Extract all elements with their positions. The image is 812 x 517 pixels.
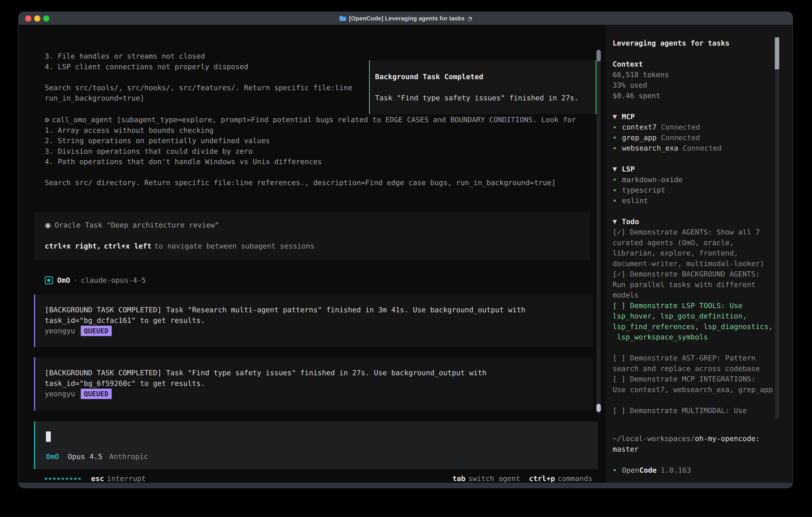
agent-model: claude-opus-4-5	[81, 275, 146, 286]
chevron-down-icon: ▼	[613, 112, 622, 122]
todo-line: curated agents (OmO, oracle,	[613, 238, 792, 248]
prompt-input[interactable]: OmO Opus 4.5 Anthropic	[34, 421, 598, 469]
todo-line: Use context7, websearch_exa, grep_app	[613, 384, 792, 395]
tab-action-label: switch agent	[468, 473, 520, 483]
status-dot-icon	[614, 189, 616, 191]
main-scrollbar-thumb[interactable]	[597, 404, 601, 412]
message-background-task-1: [BACKGROUND TASK COMPLETED] Task "Resear…	[34, 294, 592, 347]
shortcut-key: ctrl+x right,	[45, 241, 101, 251]
context-used: 33% used	[613, 80, 792, 90]
status-dot-icon	[614, 147, 616, 149]
todo-line: [ ] Demonstrate MCP INTEGRATIONS:	[613, 374, 792, 384]
workspace-path: ~/local-workspaces/oh-my-opencode:	[613, 433, 792, 444]
fisheye-icon: ◉	[45, 220, 51, 230]
message-line: task_id="bg_6f59260c" to get results.	[45, 378, 592, 389]
status-badge: QUEUED	[81, 326, 112, 336]
toast-background-task-completed[interactable]: Background Task Completed Task "Find typ…	[369, 60, 597, 114]
oracle-task-title: Oracle Task "Deep architecture review"	[55, 220, 219, 230]
folder-icon	[339, 16, 346, 21]
toast-title: Background Task Completed	[375, 72, 596, 82]
tool-call-line: 2. String operations on potentially unde…	[45, 136, 576, 146]
message-line: 3. File handles or streams not closed	[45, 51, 352, 61]
sidebar-scrollbar-track[interactable]	[775, 37, 779, 419]
input-provider-label: Anthropic	[109, 452, 148, 462]
todo-line: [✓] Demonstrate BACKGROUND AGENTS:	[613, 269, 792, 279]
sidebar-scrollbar-thumb[interactable]	[775, 37, 779, 70]
status-dot-icon	[614, 469, 616, 471]
agent-checkbox-icon	[45, 276, 53, 284]
lsp-item: markdown-oxide	[613, 174, 792, 185]
mcp-item: websearch_exaConnected	[613, 143, 792, 154]
input-model-label: Opus 4.5	[68, 452, 102, 462]
progress-icon: ◔	[467, 15, 472, 22]
mcp-item: context7Connected	[613, 122, 792, 133]
assistant-text-block: 3. File handles or streams not closed 4.…	[45, 51, 352, 104]
context-tokens: 66,518 tokens	[613, 70, 792, 80]
message-line: run_in_background=true]	[45, 93, 352, 104]
message-line: 4. LSP client connections not properly d…	[45, 61, 352, 72]
tool-call-line: 3. Division operations that could divide…	[45, 146, 576, 157]
todo-section-header[interactable]: ▼Todo	[613, 217, 792, 227]
todo-line: Run parallel tasks with different	[613, 279, 792, 290]
agent-name: OmO	[57, 275, 70, 286]
tool-call-line	[45, 167, 576, 178]
toast-body: Task "Find type safety issues" finished …	[375, 93, 596, 103]
status-bar: esc interrupt tab switch agent ctrl+p co…	[45, 473, 592, 483]
sidebar: Leveraging agents for tasks Context 66,5…	[605, 25, 792, 483]
esc-key-label[interactable]: esc	[91, 473, 104, 483]
agent-header: OmO · claude-opus-4-5	[45, 275, 146, 286]
oracle-task-card[interactable]: ◉Oracle Task "Deep architecture review" …	[34, 212, 590, 260]
tool-call-block: ⚙call_omo_agent [subagent_type=explore, …	[45, 114, 576, 188]
tool-call-line: call_omo_agent [subagent_type=explore, p…	[52, 114, 576, 125]
status-dot-icon	[614, 126, 616, 128]
input-agent-label: OmO	[46, 452, 59, 462]
gear-icon: ⚙	[45, 114, 49, 125]
todo-line: librarian, explore, frontend,	[613, 248, 792, 258]
todo-line: [ ] Demonstrate MULTIMODAL: Use	[613, 405, 792, 416]
status-badge: QUEUED	[81, 389, 112, 399]
chat-area: 3. File handles or streams not closed 4.…	[19, 25, 605, 483]
version-row: OpenCode1.0.163	[613, 465, 792, 475]
window-title: [OpenCode] Leveraging agents for tasks◔	[19, 12, 792, 25]
workspace-branch: master	[613, 444, 792, 455]
main-scrollbar-track[interactable]	[597, 50, 601, 414]
text-cursor	[46, 431, 51, 442]
mcp-section-header[interactable]: ▼MCP	[613, 112, 792, 122]
todo-line: lsp_hover, lsp_goto_definition,	[613, 311, 792, 322]
message-background-task-2: [BACKGROUND TASK COMPLETED] Task "Find t…	[34, 357, 592, 411]
message-line: task_id="bg_dcfac161" to get results.	[45, 315, 592, 326]
context-heading: Context	[613, 59, 792, 70]
lsp-item: eslint	[613, 195, 792, 206]
todo-line: [ ] Demonstrate AST-GREP: Pattern	[613, 353, 792, 363]
status-dot-icon	[614, 179, 616, 181]
esc-action-label: interrupt	[107, 473, 146, 483]
status-dot-icon	[614, 137, 616, 139]
window-bottom-bar	[19, 483, 792, 488]
todo-line: lsp_find_references, lsp_diagnostics,	[613, 322, 792, 332]
todo-line: [ ] Demonstrate LSP TOOLS: Use	[613, 300, 792, 311]
tool-call-line: Search src/ directory. Return specific f…	[45, 178, 576, 188]
mcp-item: grep_appConnected	[613, 133, 792, 143]
todo-line: lsp_workspace_symbols	[613, 332, 792, 343]
terminal-window: [OpenCode] Leveraging agents for tasks◔ …	[19, 12, 792, 488]
lsp-section-header[interactable]: ▼LSP	[613, 164, 792, 174]
separator-dot: ·	[73, 275, 78, 286]
status-dot-icon	[614, 199, 616, 202]
tab-key-label[interactable]: tab	[452, 473, 465, 483]
window-title-text: [OpenCode] Leveraging agents for tasks	[349, 15, 465, 22]
shortcut-key: ctrl+x left	[104, 241, 151, 251]
shortcut-hint: to navigate between subagent sessions	[154, 241, 315, 251]
context-spent: $0.46 spent	[613, 90, 792, 101]
ctrlp-key-label[interactable]: ctrl+p	[529, 473, 555, 483]
message-line: [BACKGROUND TASK COMPLETED] Task "Resear…	[45, 305, 592, 315]
message-author: yeongyu	[45, 326, 75, 336]
main-scrollbar-top-segment	[597, 50, 601, 61]
todo-line: [✓] Demonstrate AGENTS: Show all 7	[613, 227, 792, 238]
message-line	[45, 72, 352, 83]
chevron-down-icon: ▼	[613, 164, 622, 174]
todo-line: models	[613, 290, 792, 300]
todo-line: search and replace across codebase	[613, 363, 792, 374]
message-line: Search src/tools/, src/hooks/, src/featu…	[45, 83, 352, 93]
session-title: Leveraging agents for tasks	[613, 38, 792, 49]
tool-call-line: 1. Array access without bounds checking	[45, 125, 576, 136]
